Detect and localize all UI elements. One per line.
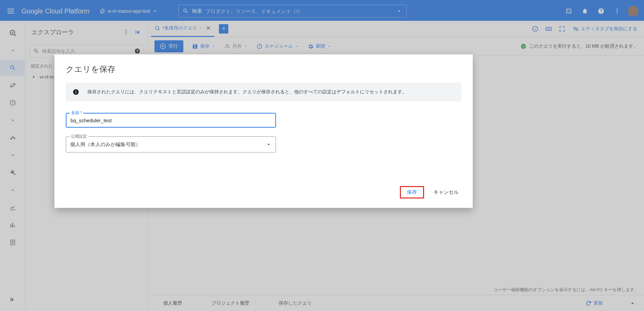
- dialog-title: クエリを保存: [66, 64, 461, 75]
- name-input[interactable]: [66, 114, 275, 127]
- svg-rect-38: [76, 91, 76, 93]
- dialog-save-button[interactable]: 保存: [400, 186, 424, 198]
- visibility-value: 個人用（本人のみが編集可能）: [70, 141, 266, 148]
- dialog-actions: 保存 キャンセル: [66, 186, 461, 198]
- dialog-info-banner: 保存されたクエリには、クエリテキストと言語設定のみが保持されます。クエリが保存さ…: [66, 83, 461, 101]
- name-field-label: 名前 *: [70, 110, 83, 116]
- name-field[interactable]: 名前 *: [66, 113, 276, 128]
- info-icon: [73, 89, 79, 95]
- dialog-info-text: 保存されたクエリには、クエリテキストと言語設定のみが保持されます。クエリが保存さ…: [87, 89, 407, 95]
- chevron-down-icon: [266, 141, 272, 147]
- visibility-select[interactable]: 公開設定 個人用（本人のみが編集可能）: [66, 136, 276, 152]
- dialog-cancel-button[interactable]: キャンセル: [431, 187, 461, 197]
- svg-rect-39: [76, 90, 76, 91]
- visibility-label: 公開設定: [70, 134, 88, 139]
- save-query-dialog: クエリを保存 保存されたクエリには、クエリテキストと言語設定のみが保持されます。…: [54, 54, 473, 208]
